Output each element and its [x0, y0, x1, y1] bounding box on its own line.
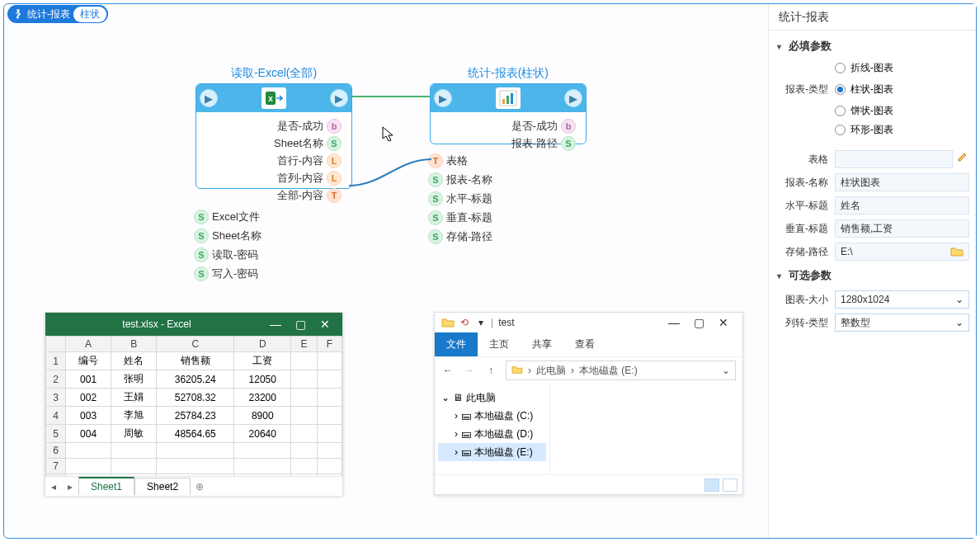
excel-titlebar[interactable]: test.xlsx - Excel — ▢ ✕ — [45, 313, 342, 336]
nav-up-button[interactable]: ↑ — [484, 365, 497, 376]
port-firstcol[interactable]: L — [327, 171, 342, 186]
cell[interactable]: 52708.32 — [157, 389, 234, 407]
cell[interactable] — [234, 459, 291, 474]
close-button[interactable]: ✕ — [313, 318, 337, 331]
minimize-button[interactable]: — — [662, 316, 686, 329]
row-header[interactable]: 2 — [46, 370, 66, 389]
cell[interactable] — [291, 389, 317, 407]
port-vtitle-in[interactable]: S — [428, 210, 443, 225]
cell[interactable] — [317, 407, 342, 425]
tree-item[interactable]: ›🖴本地磁盘 (E:) — [438, 443, 546, 461]
sheet-prev-button[interactable]: ◂ — [45, 481, 62, 493]
cell[interactable] — [157, 459, 234, 474]
port-firstrow[interactable]: L — [327, 153, 342, 168]
col-header[interactable]: A — [66, 337, 111, 352]
radio-bar-chart[interactable]: 柱状-图表 — [835, 80, 969, 99]
port-writepwd[interactable]: S — [194, 266, 209, 281]
col-header[interactable]: F — [317, 337, 342, 352]
breadcrumb[interactable]: 此电脑 — [536, 364, 566, 378]
cell[interactable] — [111, 459, 157, 474]
cell[interactable] — [291, 407, 317, 425]
cell[interactable] — [234, 443, 291, 459]
cell[interactable]: 销售额 — [157, 352, 234, 370]
nav-back-button[interactable]: ← — [441, 365, 455, 376]
radio-ring-chart[interactable]: 环形-图表 — [775, 120, 969, 139]
address-bar[interactable]: ›此电脑 ›本地磁盘 (E:) ⌄ — [506, 361, 736, 380]
row-header[interactable]: 8 — [46, 474, 66, 477]
node-report[interactable]: 统计-报表(柱状) ▶ ▶ 是否-成功b 报表-路径S — [430, 83, 587, 144]
row-header[interactable]: 7 — [46, 459, 66, 474]
port-reportname-in[interactable]: S — [428, 172, 443, 187]
down-icon[interactable]: ▾ — [474, 316, 488, 329]
explorer-tree[interactable]: ⌄🖥此电脑 ›🖴本地磁盘 (C:) ›🖴本地磁盘 (D:) ›🖴本地磁盘 (E:… — [435, 384, 550, 474]
row-header[interactable]: 5 — [46, 425, 66, 443]
cell[interactable]: 25784.23 — [157, 407, 234, 425]
section-required-header[interactable]: ▾必填参数 — [775, 34, 969, 59]
cell[interactable] — [66, 474, 111, 477]
cell[interactable]: 002 — [66, 389, 111, 407]
cell[interactable]: 工资 — [234, 352, 291, 370]
cell[interactable]: 编号 — [66, 352, 111, 370]
cell[interactable] — [157, 443, 234, 459]
explorer-content[interactable] — [550, 384, 742, 474]
minimize-button[interactable]: — — [263, 318, 288, 331]
cell[interactable]: 姓名 — [111, 352, 157, 370]
cell[interactable]: 20640 — [234, 425, 291, 443]
node-read-excel[interactable]: 读取-Excel(全部) ▶ x ▶ 是否-成功b Sheet名称S 首行-内容… — [196, 83, 352, 189]
cell[interactable] — [66, 459, 111, 474]
tree-item[interactable]: ›🖴本地磁盘 (D:) — [438, 425, 546, 443]
port-htitle-in[interactable]: S — [428, 191, 443, 206]
sheet-add-button[interactable]: ⊕ — [191, 481, 209, 493]
row-header[interactable]: 3 — [46, 389, 66, 407]
tree-item[interactable]: ›🖴本地磁盘 (C:) — [438, 407, 546, 425]
port-success[interactable]: b — [327, 119, 342, 134]
row-header[interactable]: 6 — [46, 443, 66, 459]
col-header[interactable]: D — [234, 337, 291, 352]
input-h-title[interactable]: 姓名 — [835, 196, 969, 214]
nav-forward-button[interactable]: → — [463, 365, 476, 376]
cell[interactable] — [291, 425, 317, 443]
cell[interactable]: 张明 — [111, 370, 157, 389]
cell[interactable] — [317, 389, 342, 407]
maximize-button[interactable]: ▢ — [288, 318, 313, 331]
cell[interactable] — [317, 425, 342, 443]
cell[interactable] — [317, 370, 342, 389]
cell[interactable] — [291, 352, 317, 370]
exec-in-port[interactable]: ▶ — [200, 89, 218, 107]
excel-table[interactable]: ABCDEF1编号姓名销售额工资2001张明36205.24120503002王… — [45, 336, 342, 476]
sheet-tab[interactable]: Sheet1 — [78, 477, 134, 495]
port-savepath-in[interactable]: S — [428, 229, 443, 244]
chevron-down-icon[interactable]: ⌄ — [722, 365, 730, 376]
port-reportpath[interactable]: S — [561, 136, 576, 151]
exec-in-port[interactable]: ▶ — [434, 89, 452, 107]
maximize-button[interactable]: ▢ — [686, 316, 711, 329]
breadcrumb[interactable]: 本地磁盘 (E:) — [579, 364, 638, 378]
cell[interactable] — [234, 474, 291, 477]
cell[interactable]: 23200 — [234, 389, 291, 407]
port-sheetname[interactable]: S — [327, 136, 342, 151]
exec-out-port[interactable]: ▶ — [564, 89, 582, 107]
cell[interactable] — [291, 474, 317, 477]
row-header[interactable]: 1 — [46, 352, 66, 370]
cell[interactable] — [157, 474, 234, 477]
col-header[interactable]: E — [291, 337, 317, 352]
input-table[interactable] — [835, 150, 953, 168]
view-details-button[interactable] — [704, 478, 719, 492]
select-col-convert[interactable]: 整数型⌄ — [835, 313, 969, 332]
explorer-titlebar[interactable]: ⟲ ▾ | test — ▢ ✕ — [435, 313, 742, 332]
cell[interactable]: 周敏 — [111, 425, 157, 443]
refresh-icon[interactable]: ⟲ — [458, 316, 471, 329]
ribbon-tab-share[interactable]: 共享 — [521, 332, 563, 356]
cell[interactable]: 李旭 — [111, 407, 157, 425]
excel-grid[interactable]: ABCDEF1编号姓名销售额工资2001张明36205.24120503002王… — [45, 336, 342, 476]
cell[interactable]: 王娟 — [111, 389, 157, 407]
port-success[interactable]: b — [561, 119, 576, 134]
cell[interactable] — [291, 459, 317, 474]
ribbon-tab-home[interactable]: 主页 — [478, 332, 521, 356]
input-report-name[interactable]: 柱状图表 — [835, 173, 969, 191]
cell[interactable] — [291, 370, 317, 389]
cell[interactable] — [111, 443, 157, 459]
cell[interactable] — [66, 443, 111, 459]
col-header[interactable]: B — [111, 337, 157, 352]
cell[interactable] — [291, 443, 317, 459]
